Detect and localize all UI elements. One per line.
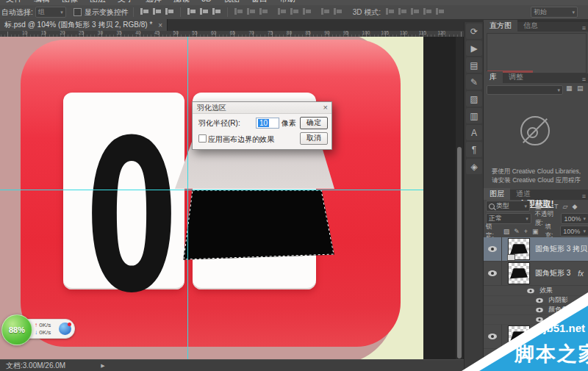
visibility-eye-icon[interactable] bbox=[488, 246, 497, 252]
toolbar-icon[interactable] bbox=[302, 7, 312, 15]
layer-comps-icon[interactable]: ▥ bbox=[466, 108, 482, 123]
canvas-bounds-checkbox[interactable] bbox=[198, 134, 207, 143]
close-icon[interactable]: × bbox=[323, 103, 328, 112]
toolbar-icon[interactable] bbox=[212, 7, 221, 15]
tab-info[interactable]: 信息 bbox=[517, 20, 544, 32]
workspace-dropdown[interactable]: 初始▾ bbox=[531, 7, 578, 18]
feather-radius-input[interactable]: 10 bbox=[256, 118, 279, 129]
canvas-scrollbar[interactable] bbox=[456, 37, 463, 359]
effect-row[interactable]: 内阴影 bbox=[484, 295, 588, 306]
ok-button[interactable]: 确定 bbox=[300, 117, 328, 129]
3d-mode-icon-group[interactable] bbox=[384, 7, 446, 17]
layer-name[interactable]: 圆角矩形 2 拷贝 bbox=[535, 331, 587, 342]
net-widget-percent-badge[interactable]: 88% bbox=[1, 314, 32, 345]
toolbar-icon[interactable] bbox=[277, 7, 287, 15]
brush-icon[interactable]: ✎ bbox=[466, 74, 482, 90]
menu-item[interactable]: 图层 bbox=[90, 0, 106, 3]
toolbar-icon[interactable] bbox=[234, 7, 243, 15]
show-transform-checkbox[interactable] bbox=[74, 8, 82, 16]
lock-position-icon[interactable]: + bbox=[524, 228, 528, 235]
menu-item[interactable]: 滤镜 bbox=[173, 0, 190, 3]
status-arrow-icon[interactable]: ▶ bbox=[101, 363, 104, 369]
toolbar-icon[interactable] bbox=[165, 7, 174, 15]
layer-thumbnail[interactable] bbox=[508, 262, 530, 284]
fx-badge[interactable]: fx bbox=[578, 270, 584, 278]
menu-item[interactable]: 文件 bbox=[6, 0, 22, 3]
toolbar-icon[interactable] bbox=[385, 7, 395, 15]
net-widget-globe-icon[interactable] bbox=[59, 323, 71, 335]
close-icon[interactable]: × bbox=[158, 21, 162, 29]
properties-icon[interactable]: ▤ bbox=[466, 57, 482, 73]
tab-histogram[interactable]: 直方图 bbox=[484, 20, 517, 32]
lock-pixels-icon[interactable]: ✎ bbox=[514, 228, 520, 235]
list-view-icon[interactable]: ▤ bbox=[577, 84, 584, 92]
actions-icon[interactable]: ▶ bbox=[466, 40, 482, 56]
toolbar-icon[interactable] bbox=[410, 7, 420, 15]
visibility-eye-icon[interactable] bbox=[488, 334, 497, 339]
toolbar-icon[interactable] bbox=[320, 7, 330, 15]
toolbar-icon[interactable] bbox=[333, 7, 343, 15]
toolbar-icon[interactable] bbox=[152, 7, 162, 15]
auto-select-dropdown[interactable]: 组▾ bbox=[35, 7, 66, 18]
layer-thumbnail[interactable] bbox=[508, 325, 530, 347]
layer-name[interactable]: 2 bbox=[535, 357, 539, 365]
filter-type-icon[interactable]: T bbox=[554, 203, 559, 210]
cancel-button[interactable]: 取消 bbox=[300, 132, 328, 145]
align-icon-group[interactable] bbox=[138, 7, 176, 17]
grid-view-icon[interactable]: ▦ bbox=[566, 84, 573, 92]
tab-layers[interactable]: 图层 bbox=[484, 188, 510, 200]
toolbar-icon[interactable] bbox=[423, 7, 432, 15]
toolbar-icon[interactable] bbox=[259, 7, 268, 15]
history-icon[interactable]: ⟳ bbox=[466, 24, 482, 39]
menu-item[interactable]: 文字 bbox=[118, 0, 134, 3]
filter-shape-icon[interactable]: ▱ bbox=[562, 203, 567, 210]
filter-smartobject-icon[interactable]: ◆ bbox=[572, 203, 577, 210]
toolbar-icon[interactable] bbox=[398, 7, 407, 15]
paragraph-icon[interactable]: ¶ bbox=[466, 142, 482, 157]
layer-row[interactable]: 圆角矩形 3 fx bbox=[484, 262, 588, 286]
visibility-eye-icon[interactable] bbox=[527, 288, 534, 292]
visibility-eye-icon[interactable] bbox=[536, 317, 543, 321]
effect-row[interactable]: 渐变叠加 bbox=[484, 314, 588, 325]
tab-channels[interactable]: 通道 bbox=[510, 188, 537, 200]
auto-align-icon-group[interactable] bbox=[319, 7, 344, 17]
library-select-dropdown[interactable]: ▾ bbox=[487, 85, 563, 95]
toolbar-icon[interactable] bbox=[290, 7, 299, 15]
effects-header-row[interactable]: 效果 bbox=[484, 286, 588, 296]
tab-adjustments[interactable]: 调整 bbox=[503, 71, 529, 83]
text-layer-thumbnail[interactable]: T bbox=[508, 350, 530, 371]
visibility-eye-icon[interactable] bbox=[536, 307, 543, 311]
menu-item[interactable]: 编辑 bbox=[34, 0, 50, 3]
canvas-area[interactable]: 0 羽化选区 × 羽化半径(R): 10 像素 确定 bbox=[0, 37, 464, 359]
menu-item[interactable]: 选择 bbox=[146, 0, 162, 3]
character-icon[interactable]: A bbox=[466, 125, 482, 140]
visibility-eye-icon[interactable] bbox=[536, 298, 543, 302]
tab-libraries[interactable]: 库 bbox=[484, 71, 503, 83]
menu-item[interactable]: 窗口 bbox=[251, 0, 268, 3]
distribute-icon-group[interactable] bbox=[232, 7, 270, 17]
fill-dropdown[interactable]: 100% ▾ bbox=[560, 226, 588, 237]
menu-item[interactable]: 3D bbox=[201, 0, 212, 3]
opacity-dropdown[interactable]: 100% ▾ bbox=[561, 213, 588, 224]
menu-item[interactable]: 帮助 bbox=[279, 0, 295, 3]
lock-all-icon[interactable]: ▣ bbox=[532, 228, 539, 235]
toolbar-icon[interactable] bbox=[199, 7, 209, 15]
visibility-eye-icon[interactable] bbox=[488, 358, 497, 364]
layer-thumbnail[interactable] bbox=[508, 238, 530, 260]
toolbar-icon[interactable] bbox=[246, 7, 256, 15]
layer-name[interactable]: 圆角矩形 3 拷贝 2 bbox=[535, 244, 588, 254]
layer-name[interactable]: 圆角矩形 3 bbox=[535, 268, 570, 278]
document-canvas[interactable]: 0 羽化选区 × 羽化半径(R): 10 像素 确定 bbox=[0, 37, 423, 359]
distribute-icon-group-2[interactable] bbox=[276, 7, 313, 17]
panel-menu-icon[interactable]: ≡ bbox=[582, 76, 586, 83]
scrollbar-thumb[interactable] bbox=[457, 147, 462, 359]
dialog-title-bar[interactable]: 羽化选区 × bbox=[193, 102, 331, 114]
layer-row[interactable]: 圆角矩形 2 拷贝 bbox=[484, 325, 588, 349]
layer-filter-dropdown[interactable]: 类型 ▾ bbox=[486, 201, 530, 212]
menu-item[interactable]: 图像 bbox=[62, 0, 78, 3]
layer-row-selected[interactable]: 圆角矩形 3 拷贝 2 bbox=[484, 237, 588, 262]
brush-presets-icon[interactable]: ▨ bbox=[466, 91, 482, 107]
lock-transparent-icon[interactable]: ▨ bbox=[503, 228, 510, 235]
text-layer-row[interactable]: T 2 bbox=[484, 349, 588, 371]
3d-icon[interactable]: ◈ bbox=[466, 159, 482, 174]
